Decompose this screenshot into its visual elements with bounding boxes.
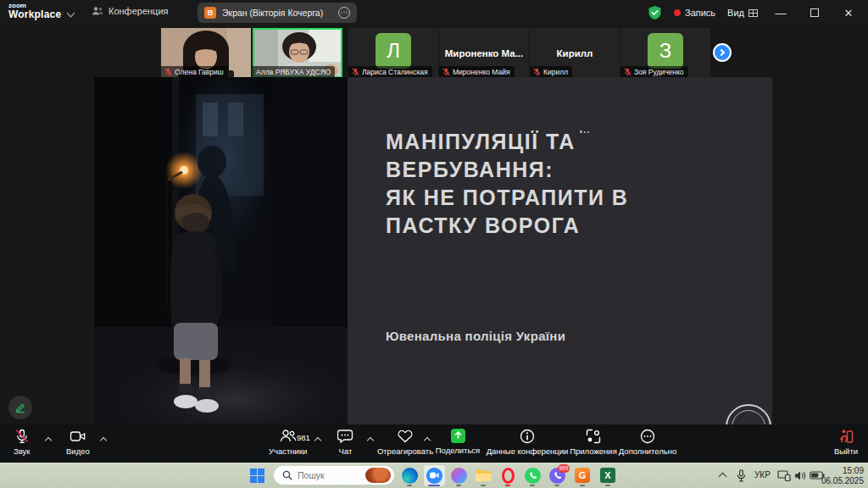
share-screen-button[interactable]: Поделиться — [428, 429, 487, 455]
slide-title-line: ВЕРБУВАННЯ: — [386, 156, 628, 184]
folder-icon — [475, 469, 492, 482]
search-icon — [282, 470, 292, 480]
meeting-info-button[interactable]: Данные конференции — [481, 429, 574, 456]
taskbar-zoom[interactable] — [426, 467, 442, 484]
speaker-icon — [794, 470, 807, 481]
video-label: Видео — [66, 446, 90, 456]
opera-running-indicator — [505, 485, 510, 486]
taskbar-orange-app[interactable]: G — [574, 467, 591, 484]
leave-button[interactable]: Выйти — [829, 429, 863, 456]
taskbar-edge[interactable] — [401, 467, 418, 484]
taskbar-whatsapp[interactable] — [524, 467, 541, 484]
recording-dot-icon — [674, 9, 681, 16]
more-label: Дополнительно — [619, 446, 676, 456]
participant-tile[interactable]: З Зоя Рудиченко — [620, 28, 710, 78]
minimize-button[interactable]: — — [770, 7, 792, 19]
tray-microphone[interactable] — [732, 467, 749, 484]
zoom-app-icon — [426, 468, 442, 484]
shared-screen-label: Экран (Вікторія Кочерга) — [222, 8, 323, 18]
explorer-running-indicator — [481, 485, 486, 486]
windows-logo-icon — [250, 469, 264, 483]
tray-cast[interactable] — [776, 467, 793, 484]
chat-button[interactable]: Чат — [337, 429, 353, 456]
next-participants-button[interactable] — [713, 43, 732, 62]
excel-running-indicator — [605, 485, 610, 486]
leave-meeting-icon — [838, 429, 854, 444]
slide-photo-night-alley — [94, 77, 348, 424]
audio-button[interactable]: Звук — [14, 429, 30, 456]
participant-tile[interactable]: Олена Гавриш — [161, 28, 251, 78]
people-icon — [92, 6, 103, 16]
participant-name-tag: Кирилл — [530, 66, 572, 78]
tab-meeting-label: Конференция — [108, 6, 168, 16]
viber-icon: 999 — [549, 468, 565, 484]
restore-button[interactable] — [810, 8, 819, 17]
audio-label: Звук — [14, 446, 30, 456]
recording-indicator[interactable]: Запись — [674, 8, 715, 18]
pencil-icon — [14, 402, 26, 413]
cast-screen-icon — [777, 470, 791, 481]
chat-label: Чат — [339, 446, 353, 456]
participant-name: Кирилл — [543, 68, 568, 76]
participant-name-tag: Мироненко Майя — [439, 66, 515, 78]
taskbar-file-explorer[interactable] — [475, 467, 492, 484]
zoom-meeting-window: zoom Workplace Конференция В Экран (Вікт… — [0, 0, 868, 488]
participant-tile[interactable]: Мироненко Ма... Мироненко Майя — [439, 28, 529, 78]
participant-avatar: Л — [376, 33, 411, 69]
recording-label: Запись — [685, 8, 715, 18]
language-indicator[interactable]: УКР — [754, 470, 771, 480]
taskbar-opera[interactable] — [499, 467, 516, 484]
muted-mic-icon — [164, 68, 172, 76]
view-button[interactable]: Вид — [727, 8, 758, 18]
start-button[interactable] — [248, 467, 265, 484]
taskbar-search[interactable]: Пошук — [274, 466, 394, 485]
viber-running-indicator — [554, 485, 559, 486]
more-button[interactable]: Дополнительно — [609, 429, 686, 456]
annotate-button[interactable] — [8, 396, 32, 419]
tray-clock[interactable]: 15:09 06.05.2025 — [821, 466, 864, 485]
chat-bubble-icon — [337, 429, 353, 444]
tray-volume[interactable] — [792, 467, 809, 484]
edge-icon — [402, 468, 418, 484]
tab-meeting[interactable]: Конференция — [92, 6, 168, 16]
participants-label: Участники — [269, 446, 307, 456]
search-placeholder: Пошук — [298, 470, 360, 480]
slide-subtitle: Ювенальна поліція України — [386, 329, 565, 343]
taskbar-copilot[interactable] — [450, 467, 467, 484]
taskbar-viber[interactable]: 999 — [548, 467, 565, 484]
participant-name-tag: Олена Гавриш — [161, 66, 228, 78]
tray-mic-icon — [737, 469, 746, 482]
video-button[interactable]: Видео — [66, 429, 90, 456]
meeting-info-label: Данные конференции — [487, 446, 569, 456]
participant-name-tag: Лариса Сталинская — [348, 66, 432, 78]
view-grid-icon — [748, 9, 758, 17]
slide-text-panel: МАНІПУЛЯЦІЇ ТА ВЕРБУВАННЯ: ЯК НЕ ПОТРАПИ… — [348, 77, 772, 424]
more-ellipsis-icon — [640, 429, 655, 444]
participant-tile[interactable]: Кирилл Кирилл — [530, 28, 620, 78]
participant-tile-active-speaker[interactable]: Алла РЯБУХА УДСЯО — [253, 28, 342, 78]
tab-shared-screen[interactable]: В Экран (Вікторія Кочерга) ⋯ — [198, 3, 357, 23]
mic-muted-icon — [14, 429, 30, 444]
workspace-chevron-icon[interactable] — [67, 9, 75, 18]
logo-line2: Workplace — [8, 9, 61, 19]
taskbar-excel[interactable]: X — [599, 467, 616, 484]
close-button[interactable]: ✕ — [837, 7, 860, 19]
police-emblem-seal — [726, 404, 771, 424]
camera-icon — [70, 429, 86, 444]
leave-label: Выйти — [834, 446, 858, 456]
edge-running-indicator — [407, 485, 412, 486]
orange-app-running-indicator — [580, 485, 585, 486]
excel-icon: X — [600, 468, 615, 483]
chevron-right-icon — [718, 49, 725, 56]
tray-overflow-button[interactable] — [714, 467, 731, 484]
apps-icon — [586, 429, 601, 444]
security-shield-icon[interactable] — [648, 5, 662, 20]
participant-tile[interactable]: Л Лариса Сталинская — [348, 28, 438, 78]
slide-title-line: ПАСТКУ ВОРОГА — [386, 212, 628, 240]
share-options-icon[interactable]: ⋯ — [338, 7, 350, 19]
orange-app-icon: G — [575, 468, 590, 483]
shared-screen-content: МАНІПУЛЯЦІЇ ТА ВЕРБУВАННЯ: ЯК НЕ ПОТРАПИ… — [94, 77, 772, 424]
participant-name: Олена Гавриш — [175, 68, 224, 76]
muted-mic-icon — [352, 68, 359, 76]
muted-mic-icon — [533, 68, 541, 76]
